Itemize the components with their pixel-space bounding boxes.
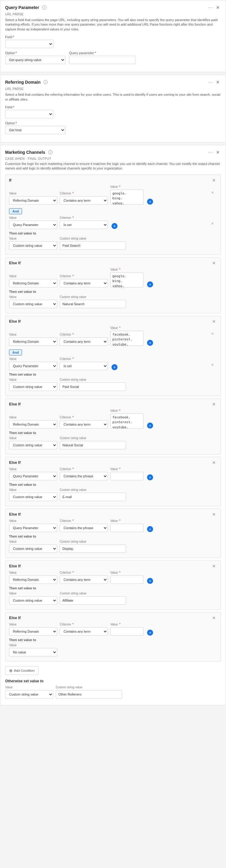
if-block-3-close[interactable]: ✕ — [211, 319, 217, 324]
add-condition-button[interactable]: ⊕ Add Condition — [5, 666, 38, 675]
and-cond1-add-btn[interactable]: + — [112, 223, 117, 229]
rd-dots-icon[interactable]: ··· — [208, 80, 213, 85]
then8-value-select[interactable]: No value — [9, 648, 57, 656]
cond6-criterion-select[interactable]: Contains the phrase — [60, 524, 108, 532]
then2-custom-input[interactable] — [60, 300, 126, 308]
mc-dots-icon[interactable]: ··· — [208, 150, 213, 155]
cond6-value-select[interactable]: Query Parameter — [9, 524, 57, 532]
and-cond1-row-close[interactable]: ✕ — [210, 221, 215, 226]
cond2-add-btn[interactable]: + — [147, 281, 153, 287]
cond3-criterion-select[interactable]: Contains any term — [60, 337, 108, 346]
cond1-value-select[interactable]: Referring Domain — [9, 196, 57, 205]
cond6-value-input[interactable] — [110, 524, 143, 532]
then6-value-select[interactable]: Custom string value — [9, 545, 57, 553]
then4-value-select[interactable]: Custom string value — [9, 441, 57, 450]
mc-close-button[interactable]: ✕ — [215, 149, 221, 155]
then7-custom-input[interactable] — [60, 596, 126, 604]
rd-info-icon[interactable]: i — [44, 80, 48, 84]
cond2-value-select[interactable]: Referring Domain — [9, 279, 57, 287]
if-block-7-close[interactable]: ✕ — [211, 564, 217, 568]
cond1-value-textarea[interactable]: google. bing. yahoo. — [110, 190, 143, 205]
if-block-6-condition-1: Value Query Parameter Criterion * Contai… — [9, 519, 217, 532]
cond8-value-input[interactable] — [110, 627, 143, 636]
then5-custom-input[interactable] — [60, 493, 126, 501]
qp-qp-input[interactable] — [69, 56, 135, 64]
otherwise-value-select[interactable]: Custom string value — [5, 690, 53, 699]
if-block-4-close[interactable]: ✕ — [211, 402, 217, 407]
if-block-6: Else If ✕ Value Query Parameter Criterio… — [5, 509, 221, 558]
then3-value-select[interactable]: Custom string value — [9, 382, 57, 391]
cond5-criterion-select[interactable]: Contains the phrase — [60, 472, 108, 480]
if-block-3-and-btn[interactable]: And — [9, 349, 22, 355]
cond3-add-btn[interactable]: + — [147, 340, 153, 346]
if-block-1-close[interactable]: ✕ — [211, 178, 217, 183]
cond3-row-close[interactable]: ✕ — [210, 332, 215, 336]
cond7-add-btn[interactable]: + — [147, 578, 153, 584]
then4-custom-input[interactable] — [60, 441, 126, 450]
cond7-value-input[interactable] — [110, 576, 143, 584]
then3-custom-label: Custom string value — [60, 378, 126, 381]
cond7-criterion-label: Criterion * — [60, 571, 108, 574]
cond6-add-btn[interactable]: + — [147, 526, 153, 532]
then7-custom-label: Custom string value — [60, 592, 126, 595]
if-block-5-close[interactable]: ✕ — [211, 460, 217, 465]
if-block-1-and-wrap: Value Query Parameter Criterion * Is set… — [9, 216, 217, 229]
then1-custom-input[interactable] — [60, 241, 126, 250]
then2-value-select[interactable]: Custom string value — [9, 300, 57, 308]
qp-option-select[interactable]: Get query string value — [5, 56, 65, 64]
rd-field-select[interactable] — [5, 110, 53, 118]
cond2-criterion-label: Criterion * — [60, 275, 108, 278]
qp-info-icon[interactable]: i — [42, 5, 47, 10]
if-block-3-cond-wrap: Value Referring Domain Criterion * Conta… — [9, 326, 217, 346]
cond7-criterion-select[interactable]: Contains any term — [60, 576, 108, 584]
cond5-value-input[interactable] — [110, 472, 143, 480]
qp-field-select[interactable] — [5, 40, 53, 48]
cond8-value-select[interactable]: Referring Domain — [9, 627, 57, 636]
and-cond3-row-close[interactable]: ✕ — [210, 363, 215, 367]
then5-value-select[interactable]: Custom string value — [9, 493, 57, 501]
cond1-add-btn[interactable]: + — [147, 199, 153, 205]
cond2-value-textarea[interactable]: google. bing. yahoo. — [110, 272, 143, 287]
mc-info-icon[interactable]: i — [48, 150, 52, 154]
cond8-add-btn[interactable]: + — [147, 630, 153, 636]
and-cond1-criterion-select[interactable]: Is set — [60, 221, 108, 229]
cond4-value-select[interactable]: Referring Domain — [9, 420, 57, 429]
cond7-value-select[interactable]: Referring Domain — [9, 576, 57, 584]
qp-dots-icon[interactable]: ··· — [208, 5, 213, 10]
then3-custom-input[interactable] — [60, 382, 126, 391]
if-block-2-close[interactable]: ✕ — [211, 261, 217, 266]
cond5-value-select[interactable]: Query Parameter — [9, 472, 57, 480]
cond3-value-select[interactable]: Referring Domain — [9, 337, 57, 346]
cond1-criterion-select[interactable]: Contains any term — [60, 196, 108, 205]
cond4-add-btn[interactable]: + — [147, 423, 153, 429]
and-cond3-value-select[interactable]: Query Parameter — [9, 362, 57, 370]
cond5-add-btn[interactable]: + — [147, 474, 153, 480]
cond6-value-label: Value — [9, 519, 57, 523]
and-cond3-criterion-select[interactable]: Is set — [60, 362, 108, 370]
cond4-value-textarea[interactable]: facebook. pinterest. youtube. — [110, 413, 143, 429]
cond4-value-label: Value — [9, 416, 57, 419]
qp-close-button[interactable]: ✕ — [215, 4, 221, 10]
if-label-6: Else If — [9, 512, 21, 517]
and-cond1-value-select[interactable]: Query Parameter — [9, 221, 57, 229]
if-block-2-header: Else If ✕ — [9, 261, 217, 266]
if-block-8-close[interactable]: ✕ — [211, 616, 217, 620]
rd-close-button[interactable]: ✕ — [215, 79, 221, 85]
cond2-val-label: Value * — [110, 268, 143, 271]
if-block-1-and-btn[interactable]: And — [9, 208, 22, 214]
if-block-6-close[interactable]: ✕ — [211, 512, 217, 517]
and-cond3-add-btn[interactable]: + — [112, 364, 117, 370]
cond1-row-close[interactable]: ✕ — [210, 190, 215, 195]
cond8-criterion-select[interactable]: Contains any term — [60, 627, 108, 636]
if-block-5-then: Then set value to Value Custom string va… — [9, 483, 217, 501]
cond4-criterion-select[interactable]: Contains any term — [60, 420, 108, 429]
rd-option-select[interactable]: Get host — [5, 126, 65, 134]
cond7-val-group: Value * — [110, 571, 143, 584]
if-block-3-condition-1: Value Referring Domain Criterion * Conta… — [9, 326, 217, 346]
then6-custom-input[interactable] — [60, 545, 126, 553]
otherwise-custom-input[interactable] — [56, 690, 122, 699]
then7-value-select[interactable]: Custom string value — [9, 596, 57, 604]
then1-value-select[interactable]: Custom string value — [9, 241, 57, 250]
cond3-value-textarea[interactable]: facebook. pinterest. youtube. — [110, 331, 143, 346]
cond2-criterion-select[interactable]: Contains any term — [60, 279, 108, 287]
